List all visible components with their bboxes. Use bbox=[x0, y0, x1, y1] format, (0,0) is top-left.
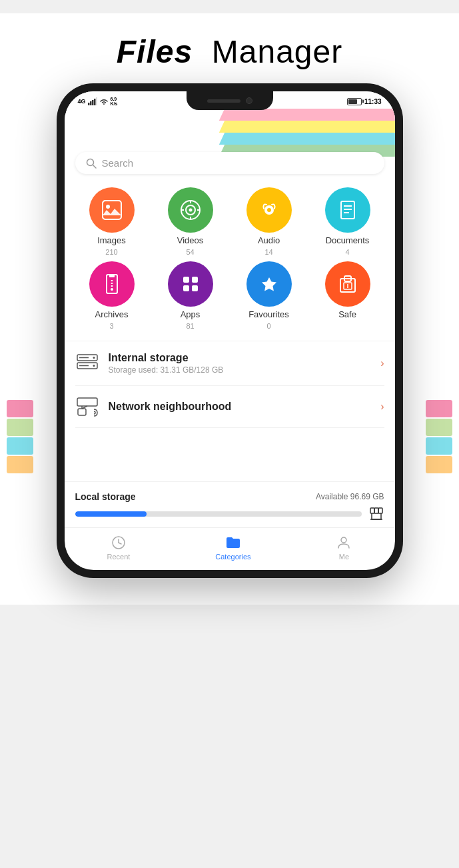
page-content: Files Manager 4G bbox=[0, 13, 459, 605]
battery-fill bbox=[348, 99, 357, 104]
svg-rect-4 bbox=[96, 97, 97, 105]
storage-label-row: Local storage Available 96.69 GB bbox=[75, 491, 384, 502]
svg-rect-23 bbox=[109, 275, 115, 277]
speaker bbox=[207, 99, 240, 103]
archives-icon bbox=[100, 272, 124, 296]
images-icon-bg bbox=[89, 187, 135, 233]
category-item-videos[interactable]: Videos 54 bbox=[154, 187, 227, 256]
category-item-documents[interactable]: Documents 4 bbox=[311, 187, 384, 256]
videos-icon-bg bbox=[168, 187, 213, 233]
archives-count: 3 bbox=[109, 322, 113, 330]
svg-rect-7 bbox=[103, 201, 121, 219]
storage-section: Internal storage Storage used: 31.31 GB/… bbox=[65, 341, 395, 428]
category-item-safe[interactable]: Safe bbox=[311, 261, 384, 330]
network-storage-icon bbox=[75, 397, 99, 417]
svg-rect-1 bbox=[90, 101, 92, 105]
banner-stripes bbox=[209, 109, 395, 159]
videos-icon bbox=[179, 198, 203, 222]
side-strip bbox=[426, 437, 452, 455]
storage-bar-fill bbox=[75, 511, 147, 517]
search-icon bbox=[86, 158, 97, 169]
local-storage-label: Local storage bbox=[75, 491, 136, 502]
clean-icon[interactable] bbox=[368, 506, 384, 522]
videos-count: 54 bbox=[186, 248, 194, 256]
title-manager: Manager bbox=[212, 34, 342, 69]
archives-label: Archives bbox=[95, 309, 129, 319]
stripe-yellow bbox=[219, 121, 394, 133]
archives-icon-bg bbox=[89, 261, 135, 307]
category-item-favourites[interactable]: Favourites 0 bbox=[232, 261, 306, 330]
banner bbox=[65, 109, 395, 159]
camera bbox=[246, 97, 252, 104]
side-strip bbox=[426, 400, 452, 417]
page-wrapper: Files Manager 4G bbox=[0, 13, 459, 605]
status-left: 4G 6.9K/s bbox=[78, 97, 118, 106]
images-count: 210 bbox=[105, 248, 117, 256]
bottom-nav: Recent Categories Me bbox=[65, 527, 395, 570]
notch bbox=[187, 91, 273, 110]
svg-line-52 bbox=[119, 543, 121, 544]
side-strip bbox=[7, 419, 33, 436]
status-right: 11:33 bbox=[347, 98, 382, 105]
svg-point-27 bbox=[111, 288, 113, 291]
side-strips-right bbox=[426, 400, 452, 473]
storage-bar-wrap bbox=[75, 506, 384, 522]
battery-icon bbox=[347, 98, 362, 105]
side-strip bbox=[7, 456, 33, 473]
side-strip bbox=[7, 437, 33, 455]
nav-item-me[interactable]: Me bbox=[336, 535, 352, 561]
favourites-count: 0 bbox=[266, 322, 270, 330]
category-item-archives[interactable]: Archives 3 bbox=[75, 261, 149, 330]
network-type: 4G bbox=[78, 98, 86, 105]
server-icon bbox=[77, 354, 98, 373]
speed: 6.9K/s bbox=[111, 97, 118, 106]
svg-rect-48 bbox=[378, 508, 382, 513]
images-icon bbox=[100, 198, 124, 222]
svg-point-38 bbox=[93, 357, 95, 359]
images-label: Images bbox=[97, 235, 126, 245]
category-item-images[interactable]: Images 210 bbox=[75, 187, 149, 256]
internal-storage-subtitle: Storage used: 31.31 GB/128 GB bbox=[109, 365, 372, 375]
network-icon bbox=[77, 397, 98, 417]
svg-point-53 bbox=[341, 537, 346, 543]
nav-item-categories[interactable]: Categories bbox=[215, 535, 250, 561]
svg-line-6 bbox=[93, 165, 96, 168]
categories-label: Categories bbox=[215, 553, 250, 561]
internal-storage-item[interactable]: Internal storage Storage used: 31.31 GB/… bbox=[75, 341, 384, 386]
side-strip bbox=[7, 400, 33, 417]
svg-rect-29 bbox=[192, 277, 198, 283]
stripe-blue bbox=[219, 133, 394, 145]
network-storage-text: Network neighbourhood bbox=[109, 401, 372, 413]
search-bar[interactable]: Search bbox=[75, 152, 384, 174]
categories-grid: Images 210 bbox=[65, 181, 395, 341]
audio-count: 14 bbox=[264, 248, 272, 256]
network-storage-item[interactable]: Network neighbourhood › bbox=[75, 386, 384, 428]
svg-rect-46 bbox=[370, 508, 374, 513]
favourites-icon-bg bbox=[246, 261, 292, 307]
svg-rect-28 bbox=[183, 277, 189, 283]
recent-label: Recent bbox=[107, 553, 130, 561]
apps-icon bbox=[179, 272, 203, 296]
nav-item-recent[interactable]: Recent bbox=[107, 535, 130, 561]
svg-point-8 bbox=[106, 205, 110, 209]
time: 11:33 bbox=[364, 98, 382, 105]
svg-rect-42 bbox=[78, 409, 86, 415]
internal-storage-title: Internal storage bbox=[109, 352, 372, 364]
svg-rect-31 bbox=[192, 285, 198, 291]
phone-frame: 4G 6.9K/s bbox=[57, 83, 403, 578]
content-spacer bbox=[65, 428, 395, 481]
category-item-audio[interactable]: Audio 14 bbox=[232, 187, 306, 256]
page-title: Files Manager bbox=[117, 33, 343, 70]
apps-count: 81 bbox=[186, 322, 194, 330]
wifi-icon bbox=[99, 98, 109, 105]
category-item-apps[interactable]: Apps 81 bbox=[154, 261, 227, 330]
categories-icon bbox=[225, 535, 241, 551]
documents-count: 4 bbox=[345, 248, 349, 256]
internal-storage-chevron: › bbox=[380, 357, 384, 369]
network-storage-chevron: › bbox=[380, 401, 384, 413]
svg-point-39 bbox=[93, 365, 95, 367]
stripe-pink bbox=[219, 109, 394, 121]
side-strips-left bbox=[7, 400, 33, 473]
favourites-label: Favourites bbox=[248, 309, 289, 319]
safe-icon-bg bbox=[325, 261, 370, 307]
